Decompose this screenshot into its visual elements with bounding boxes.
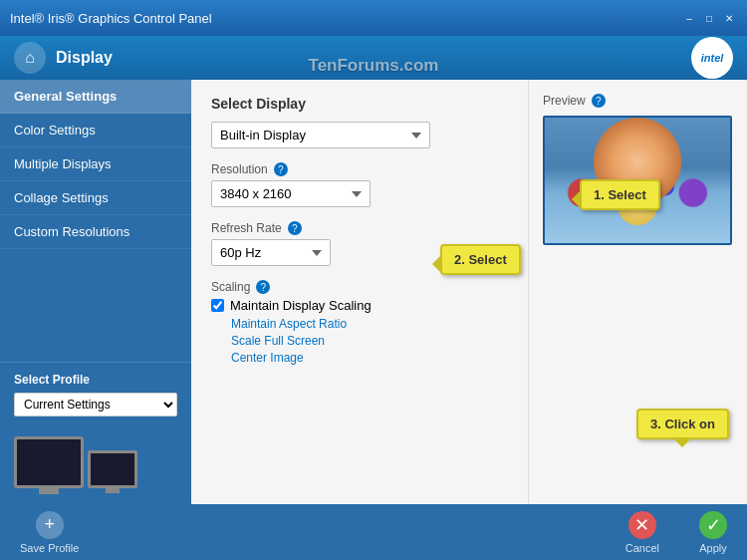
app-header: ⌂ Display intel xyxy=(0,36,747,80)
app-header-left: ⌂ Display xyxy=(14,42,113,74)
sidebar-monitors xyxy=(0,426,191,504)
sidebar-item-color-settings[interactable]: Color Settings xyxy=(0,114,191,147)
cancel-action[interactable]: ✕ Cancel xyxy=(625,511,659,554)
main-container: General Settings Color Settings Multiple… xyxy=(0,80,747,504)
refresh-select[interactable]: 60p Hz 30p Hz xyxy=(211,239,331,266)
refresh-help-icon[interactable]: ? xyxy=(288,221,302,235)
display-select[interactable]: Built-in Display xyxy=(211,122,430,148)
cancel-label: Cancel xyxy=(625,542,659,554)
sidebar-profile-section: Select Profile Current Settings xyxy=(0,362,191,426)
title-bar: Intel® Iris® Graphics Control Panel – □ … xyxy=(0,0,747,36)
bottom-bar: + Save Profile ✕ Cancel ✓ Apply xyxy=(0,504,747,560)
preview-help-icon[interactable]: ? xyxy=(592,94,606,108)
profile-select[interactable]: Current Settings xyxy=(14,393,177,417)
header-title: Display xyxy=(56,49,113,67)
monitor-small-icon xyxy=(88,450,137,488)
title-bar-controls[interactable]: – □ ✕ xyxy=(681,10,737,26)
apply-action[interactable]: ✓ Apply xyxy=(699,511,727,554)
home-icon: ⌂ xyxy=(25,49,35,67)
close-button[interactable]: ✕ xyxy=(721,10,737,26)
maintain-display-scaling-label: Maintain Display Scaling xyxy=(230,298,372,313)
sidebar-item-custom-resolutions[interactable]: Custom Resolutions xyxy=(0,215,191,249)
save-profile-icon: + xyxy=(36,511,64,539)
sidebar-nav: General Settings Color Settings Multiple… xyxy=(0,80,191,362)
content-area: Select Display Built-in Display Resoluti… xyxy=(191,80,747,504)
minimize-button[interactable]: – xyxy=(681,10,697,26)
cancel-icon: ✕ xyxy=(628,511,656,539)
profile-section-label: Select Profile xyxy=(14,373,177,387)
preview-pane: Preview ? xyxy=(528,80,747,504)
scaling-help-icon[interactable]: ? xyxy=(256,280,270,294)
title-bar-left: Intel® Iris® Graphics Control Panel xyxy=(10,11,212,26)
save-profile-label: Save Profile xyxy=(20,542,79,554)
app-title: Intel® Iris® Graphics Control Panel xyxy=(10,11,212,26)
sidebar: General Settings Color Settings Multiple… xyxy=(0,80,191,504)
sidebar-item-general-settings[interactable]: General Settings xyxy=(0,80,191,114)
monitor-large-icon xyxy=(14,436,84,488)
sidebar-item-multiple-displays[interactable]: Multiple Displays xyxy=(0,147,191,181)
maintain-display-scaling-checkbox[interactable] xyxy=(211,299,224,312)
resolution-help-icon[interactable]: ? xyxy=(274,162,288,176)
callout-1: 1. Select xyxy=(580,179,660,210)
intel-logo: intel xyxy=(691,37,733,79)
resolution-select[interactable]: 3840 x 2160 1920 x 1080 1280 x 720 xyxy=(211,180,371,207)
apply-label: Apply xyxy=(699,542,727,554)
callout-2: 2. Select xyxy=(440,244,521,275)
sidebar-item-collage-settings[interactable]: Collage Settings xyxy=(0,181,191,215)
apply-icon: ✓ xyxy=(699,511,727,539)
home-button[interactable]: ⌂ xyxy=(14,42,46,74)
maximize-button[interactable]: □ xyxy=(701,10,717,26)
preview-label: Preview ? xyxy=(543,94,733,108)
callout-3: 3. Click on xyxy=(636,409,729,439)
save-profile-action[interactable]: + Save Profile xyxy=(20,511,79,554)
